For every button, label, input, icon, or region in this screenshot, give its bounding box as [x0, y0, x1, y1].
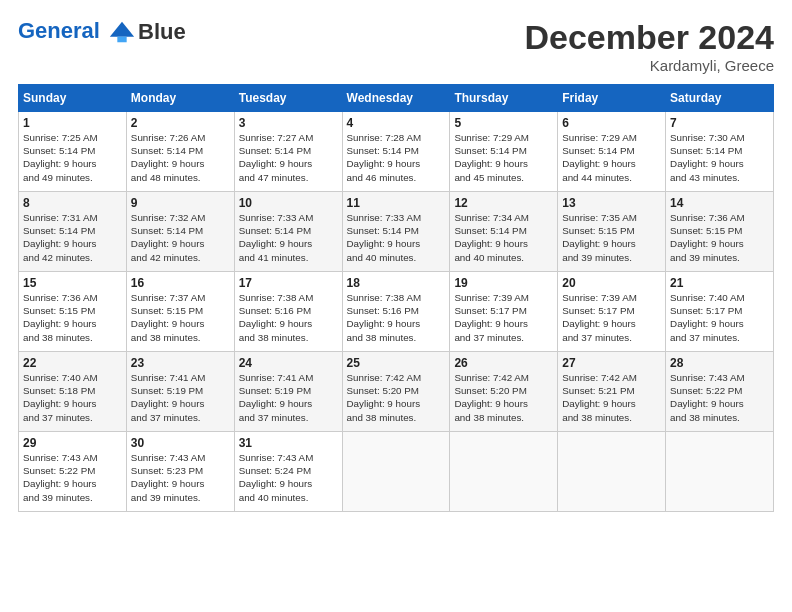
- sunrise-text: Sunrise: 7:30 AM: [670, 131, 769, 144]
- day-number: 15: [23, 276, 122, 290]
- daylight-text-cont: and 43 minutes.: [670, 171, 769, 184]
- calendar-cell: [558, 432, 666, 512]
- day-info: Sunrise: 7:42 AMSunset: 5:20 PMDaylight:…: [454, 371, 553, 424]
- calendar-cell: 3Sunrise: 7:27 AMSunset: 5:14 PMDaylight…: [234, 112, 342, 192]
- day-info: Sunrise: 7:29 AMSunset: 5:14 PMDaylight:…: [454, 131, 553, 184]
- sunrise-text: Sunrise: 7:43 AM: [670, 371, 769, 384]
- sunrise-text: Sunrise: 7:34 AM: [454, 211, 553, 224]
- day-info: Sunrise: 7:43 AMSunset: 5:23 PMDaylight:…: [131, 451, 230, 504]
- day-number: 10: [239, 196, 338, 210]
- day-number: 20: [562, 276, 661, 290]
- sunrise-text: Sunrise: 7:33 AM: [347, 211, 446, 224]
- daylight-text-cont: and 37 minutes.: [454, 331, 553, 344]
- day-info: Sunrise: 7:39 AMSunset: 5:17 PMDaylight:…: [454, 291, 553, 344]
- calendar-cell: 11Sunrise: 7:33 AMSunset: 5:14 PMDayligh…: [342, 192, 450, 272]
- sunrise-text: Sunrise: 7:27 AM: [239, 131, 338, 144]
- calendar-cell: 17Sunrise: 7:38 AMSunset: 5:16 PMDayligh…: [234, 272, 342, 352]
- calendar-cell: 6Sunrise: 7:29 AMSunset: 5:14 PMDaylight…: [558, 112, 666, 192]
- daylight-text-cont: and 39 minutes.: [131, 491, 230, 504]
- calendar-cell: 4Sunrise: 7:28 AMSunset: 5:14 PMDaylight…: [342, 112, 450, 192]
- sunrise-text: Sunrise: 7:35 AM: [562, 211, 661, 224]
- col-tuesday: Tuesday: [234, 85, 342, 112]
- calendar-cell: 1Sunrise: 7:25 AMSunset: 5:14 PMDaylight…: [19, 112, 127, 192]
- sunset-text: Sunset: 5:14 PM: [562, 144, 661, 157]
- col-monday: Monday: [126, 85, 234, 112]
- calendar-cell: 7Sunrise: 7:30 AMSunset: 5:14 PMDaylight…: [666, 112, 774, 192]
- calendar-week-3: 15Sunrise: 7:36 AMSunset: 5:15 PMDayligh…: [19, 272, 774, 352]
- sunset-text: Sunset: 5:20 PM: [454, 384, 553, 397]
- sunset-text: Sunset: 5:14 PM: [454, 224, 553, 237]
- sunrise-text: Sunrise: 7:43 AM: [131, 451, 230, 464]
- day-info: Sunrise: 7:42 AMSunset: 5:20 PMDaylight:…: [347, 371, 446, 424]
- sunset-text: Sunset: 5:23 PM: [131, 464, 230, 477]
- sunset-text: Sunset: 5:15 PM: [131, 304, 230, 317]
- col-friday: Friday: [558, 85, 666, 112]
- sunset-text: Sunset: 5:24 PM: [239, 464, 338, 477]
- daylight-text-cont: and 37 minutes.: [131, 411, 230, 424]
- day-info: Sunrise: 7:35 AMSunset: 5:15 PMDaylight:…: [562, 211, 661, 264]
- sunset-text: Sunset: 5:15 PM: [23, 304, 122, 317]
- sunrise-text: Sunrise: 7:41 AM: [131, 371, 230, 384]
- logo-general: General: [18, 18, 100, 43]
- daylight-text: Daylight: 9 hours: [23, 157, 122, 170]
- day-number: 29: [23, 436, 122, 450]
- daylight-text: Daylight: 9 hours: [131, 317, 230, 330]
- daylight-text-cont: and 49 minutes.: [23, 171, 122, 184]
- day-info: Sunrise: 7:36 AMSunset: 5:15 PMDaylight:…: [23, 291, 122, 344]
- day-info: Sunrise: 7:40 AMSunset: 5:17 PMDaylight:…: [670, 291, 769, 344]
- day-info: Sunrise: 7:31 AMSunset: 5:14 PMDaylight:…: [23, 211, 122, 264]
- daylight-text: Daylight: 9 hours: [239, 397, 338, 410]
- day-info: Sunrise: 7:41 AMSunset: 5:19 PMDaylight:…: [239, 371, 338, 424]
- sunset-text: Sunset: 5:19 PM: [131, 384, 230, 397]
- col-sunday: Sunday: [19, 85, 127, 112]
- calendar-cell: [666, 432, 774, 512]
- daylight-text: Daylight: 9 hours: [562, 317, 661, 330]
- calendar-cell: 2Sunrise: 7:26 AMSunset: 5:14 PMDaylight…: [126, 112, 234, 192]
- daylight-text-cont: and 37 minutes.: [239, 411, 338, 424]
- calendar-cell: 28Sunrise: 7:43 AMSunset: 5:22 PMDayligh…: [666, 352, 774, 432]
- sunrise-text: Sunrise: 7:41 AM: [239, 371, 338, 384]
- sunset-text: Sunset: 5:14 PM: [239, 144, 338, 157]
- calendar-cell: 18Sunrise: 7:38 AMSunset: 5:16 PMDayligh…: [342, 272, 450, 352]
- sunrise-text: Sunrise: 7:43 AM: [23, 451, 122, 464]
- day-info: Sunrise: 7:29 AMSunset: 5:14 PMDaylight:…: [562, 131, 661, 184]
- day-number: 9: [131, 196, 230, 210]
- daylight-text-cont: and 40 minutes.: [347, 251, 446, 264]
- daylight-text: Daylight: 9 hours: [454, 397, 553, 410]
- day-number: 7: [670, 116, 769, 130]
- calendar-cell: 26Sunrise: 7:42 AMSunset: 5:20 PMDayligh…: [450, 352, 558, 432]
- calendar-cell: 15Sunrise: 7:36 AMSunset: 5:15 PMDayligh…: [19, 272, 127, 352]
- logo-blue: Blue: [138, 20, 186, 44]
- daylight-text: Daylight: 9 hours: [670, 237, 769, 250]
- sunset-text: Sunset: 5:17 PM: [454, 304, 553, 317]
- sunrise-text: Sunrise: 7:38 AM: [239, 291, 338, 304]
- location: Kardamyli, Greece: [524, 57, 774, 74]
- sunset-text: Sunset: 5:20 PM: [347, 384, 446, 397]
- day-info: Sunrise: 7:25 AMSunset: 5:14 PMDaylight:…: [23, 131, 122, 184]
- day-number: 30: [131, 436, 230, 450]
- sunrise-text: Sunrise: 7:32 AM: [131, 211, 230, 224]
- day-info: Sunrise: 7:32 AMSunset: 5:14 PMDaylight:…: [131, 211, 230, 264]
- day-info: Sunrise: 7:39 AMSunset: 5:17 PMDaylight:…: [562, 291, 661, 344]
- day-number: 27: [562, 356, 661, 370]
- daylight-text: Daylight: 9 hours: [131, 397, 230, 410]
- day-number: 17: [239, 276, 338, 290]
- daylight-text: Daylight: 9 hours: [23, 237, 122, 250]
- day-number: 14: [670, 196, 769, 210]
- calendar-cell: 22Sunrise: 7:40 AMSunset: 5:18 PMDayligh…: [19, 352, 127, 432]
- calendar-cell: 19Sunrise: 7:39 AMSunset: 5:17 PMDayligh…: [450, 272, 558, 352]
- daylight-text: Daylight: 9 hours: [23, 477, 122, 490]
- daylight-text: Daylight: 9 hours: [23, 397, 122, 410]
- calendar-cell: 14Sunrise: 7:36 AMSunset: 5:15 PMDayligh…: [666, 192, 774, 272]
- daylight-text-cont: and 38 minutes.: [347, 331, 446, 344]
- daylight-text-cont: and 38 minutes.: [670, 411, 769, 424]
- calendar-week-1: 1Sunrise: 7:25 AMSunset: 5:14 PMDaylight…: [19, 112, 774, 192]
- logo-icon: [108, 18, 136, 46]
- calendar-week-2: 8Sunrise: 7:31 AMSunset: 5:14 PMDaylight…: [19, 192, 774, 272]
- daylight-text-cont: and 39 minutes.: [23, 491, 122, 504]
- day-number: 23: [131, 356, 230, 370]
- calendar-week-4: 22Sunrise: 7:40 AMSunset: 5:18 PMDayligh…: [19, 352, 774, 432]
- daylight-text: Daylight: 9 hours: [347, 237, 446, 250]
- sunset-text: Sunset: 5:14 PM: [347, 144, 446, 157]
- daylight-text: Daylight: 9 hours: [239, 237, 338, 250]
